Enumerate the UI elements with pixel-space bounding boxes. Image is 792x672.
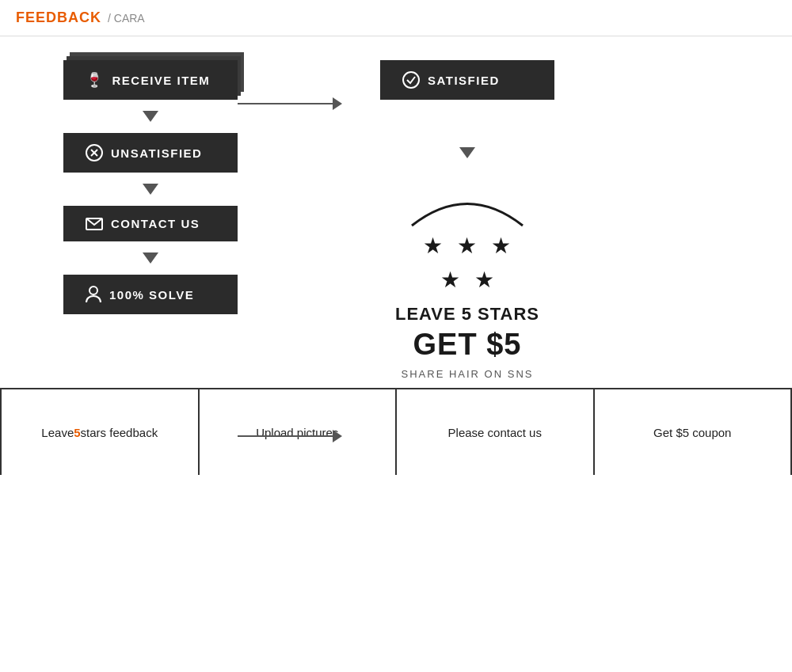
star-3: ★ bbox=[491, 233, 511, 259]
right-flow-column: SATISFIED ★ ★ ★ ★ ★ LEAVE 5 STARS GET $5 bbox=[348, 60, 586, 380]
x-circle-icon bbox=[86, 144, 103, 161]
satisfied-box: SATISFIED bbox=[380, 60, 554, 100]
star-5: ★ bbox=[474, 267, 494, 293]
receive-item-box: 🍷 RECEIVE ITEM bbox=[63, 60, 238, 100]
envelope-icon bbox=[86, 218, 103, 230]
bottom-item-feedback-pre: Leave bbox=[41, 424, 74, 441]
left-flow-column: 🍷 RECEIVE ITEM UNSATISFIED bbox=[48, 60, 253, 380]
bottom-item-contact: Please contact us bbox=[397, 389, 595, 475]
header-title: FEEDBACK bbox=[16, 9, 101, 26]
header-subtitle: / CARA bbox=[108, 12, 145, 25]
svg-point-5 bbox=[403, 72, 419, 88]
unsatisfied-box: UNSATISFIED bbox=[63, 133, 238, 173]
svg-point-4 bbox=[89, 287, 97, 294]
arrow-down-satisfied bbox=[459, 147, 475, 158]
h-arrowhead-bottom bbox=[333, 430, 342, 442]
wine-glass-icon: 🍷 bbox=[86, 71, 105, 89]
arrow-down-1 bbox=[143, 111, 158, 122]
bottom-item-coupon: Get $5 coupon bbox=[595, 389, 793, 475]
stars-row-1: ★ ★ ★ bbox=[423, 233, 511, 259]
star-2: ★ bbox=[457, 233, 477, 259]
arc-svg bbox=[396, 190, 539, 230]
bottom-bar: Leave 5 stars feedback Upload pictures P… bbox=[0, 388, 792, 475]
star-4: ★ bbox=[440, 267, 460, 293]
h-arrow-top bbox=[238, 97, 342, 110]
h-arrowhead-top bbox=[333, 97, 342, 110]
highlight-5: 5 bbox=[74, 424, 80, 441]
solve-box: 100% SOLVE bbox=[63, 275, 238, 314]
diagram-area: 🍷 RECEIVE ITEM UNSATISFIED bbox=[0, 36, 792, 388]
stars-row-2: ★ ★ bbox=[440, 267, 494, 293]
arrow-down-2 bbox=[143, 184, 158, 195]
star-1: ★ bbox=[423, 233, 443, 259]
contact-us-box: CONTACT US bbox=[63, 206, 238, 241]
h-arrow-bottom bbox=[238, 430, 342, 442]
bottom-item-feedback-post: stars feedback bbox=[81, 424, 158, 441]
arrow-down-3 bbox=[143, 252, 158, 264]
stars-reward-graphic: ★ ★ ★ ★ ★ LEAVE 5 STARS GET $5 SHARE HAI… bbox=[395, 190, 539, 380]
share-hair-text: SHARE HAIR ON SNS bbox=[402, 368, 534, 380]
bottom-item-feedback: Leave 5 stars feedback bbox=[0, 389, 200, 475]
h-arrow-line-top bbox=[238, 103, 333, 104]
check-circle-icon bbox=[402, 71, 420, 89]
h-arrow-line-bottom bbox=[238, 435, 333, 437]
get-5-dollars-text: GET $5 bbox=[413, 328, 522, 362]
page-header: FEEDBACK / CARA bbox=[0, 0, 792, 36]
leave-5-stars-text: LEAVE 5 STARS bbox=[395, 304, 539, 325]
person-icon bbox=[86, 286, 101, 303]
